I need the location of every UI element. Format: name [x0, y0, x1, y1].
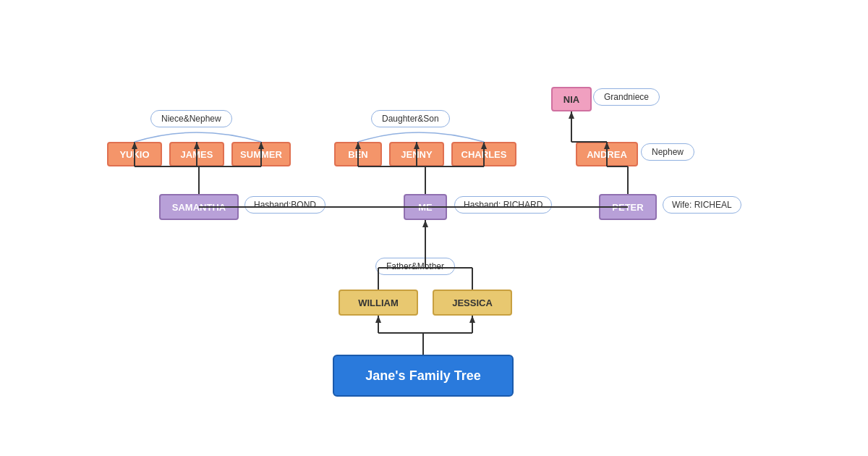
charles-node: CHARLES	[451, 142, 516, 166]
william-node: WILLIAM	[339, 290, 418, 316]
husband-richard-text: Hasband: RICHARD	[464, 200, 542, 210]
charles-label: CHARLES	[461, 149, 507, 160]
peter-label: PETER	[612, 202, 643, 213]
yukio-label: YUKIO	[119, 149, 149, 160]
nephew-text: Nephew	[652, 147, 684, 157]
james-node: JAMES	[169, 142, 224, 166]
father-mother-text: Father&Mother	[386, 261, 444, 271]
jessica-label: JESSICA	[452, 297, 493, 308]
jessica-node: JESSICA	[433, 290, 512, 316]
daughter-son-label: Daughter&Son	[371, 110, 450, 127]
nia-node: NIA	[551, 87, 592, 111]
grandniece-label: Grandniece	[593, 88, 660, 106]
wife-richeal-label: Wife: RICHEAL	[663, 196, 741, 214]
jenny-label: JENNY	[401, 149, 432, 160]
yukio-node: YUKIO	[107, 142, 162, 166]
jane-label: Jane's Family Tree	[365, 368, 480, 384]
father-mother-label: Father&Mother	[375, 258, 455, 275]
svg-marker-10	[422, 220, 428, 227]
me-node: ME	[404, 194, 447, 220]
andrea-label: ANDREA	[587, 149, 627, 160]
daughter-son-text: Daughter&Son	[382, 114, 439, 124]
ben-node: BEN	[334, 142, 382, 166]
nephew-label: Nephew	[641, 143, 694, 161]
me-label: ME	[418, 202, 433, 213]
peter-node: PETER	[599, 194, 657, 220]
wife-richeal-text: Wife: RICHEAL	[672, 200, 732, 210]
jenny-node: JENNY	[389, 142, 444, 166]
ben-label: BEN	[348, 149, 367, 160]
samantha-node: SAMANTHA	[159, 194, 239, 220]
grandniece-text: Grandniece	[604, 92, 649, 102]
james-label: JAMES	[181, 149, 213, 160]
niece-nephew-text: Niece&Nephew	[161, 114, 221, 124]
niece-nephew-label: Niece&Nephew	[150, 110, 232, 127]
husband-bond-text: Hasband:BOND	[254, 200, 316, 210]
summer-label: SUMMER	[240, 149, 282, 160]
husband-bond-label: Hasband:BOND	[244, 196, 326, 214]
william-label: WILLIAM	[358, 297, 399, 308]
nia-label: NIA	[563, 94, 579, 105]
samantha-label: SAMANTHA	[172, 202, 226, 213]
svg-marker-35	[569, 111, 574, 119]
andrea-node: ANDREA	[576, 142, 638, 166]
summer-node: SUMMER	[231, 142, 291, 166]
jane-node: Jane's Family Tree	[333, 355, 514, 397]
svg-marker-5	[469, 316, 475, 323]
husband-richard-label: Hasband: RICHARD	[454, 196, 552, 214]
svg-marker-4	[375, 316, 381, 323]
